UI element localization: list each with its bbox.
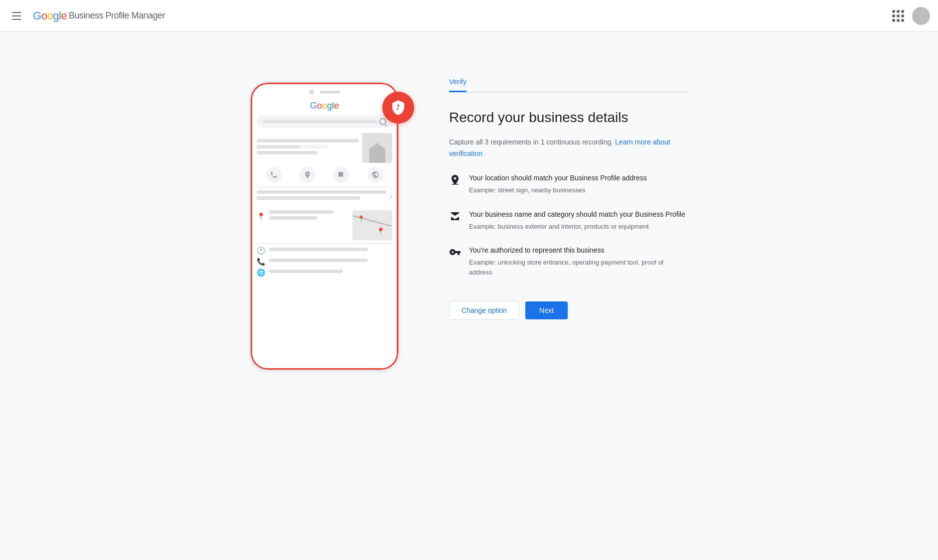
location-pin-icon [449,174,461,186]
req-location-title: Your location should match your Business… [469,173,647,183]
avatar[interactable] [912,7,930,25]
phone-frame: Google [250,82,399,371]
header-right [888,6,930,26]
shield-badge [382,92,414,124]
store-icon [449,210,461,222]
phone-list-item-1: › [257,190,392,202]
requirement-store: Your business name and category should m… [449,209,688,232]
requirement-location: Your location should match your Business… [449,173,688,195]
verify-tab: Verify [449,77,688,93]
phone-web-row: 🌐 [257,269,392,277]
phone-map-section: 📍 📍 📍 [257,210,392,240]
header-left: Google Business Profile Manager [8,8,165,24]
phone-actions [257,167,392,183]
description: Capture all 3 requirements in 1 continuo… [449,137,688,159]
app-title: Business Profile Manager [69,10,165,21]
req-auth-example: Example: unlocking store entrance, opera… [469,258,688,277]
phone-camera [309,90,314,95]
phone-map-address-line: 📍 [257,210,349,222]
phone-save-btn [333,167,349,183]
description-text: Capture all 3 requirements in 1 continuo… [449,138,615,146]
phone-screen: Google [251,99,398,285]
requirements-list: Your location should match your Business… [449,173,688,277]
page-title: Record your business details [449,109,688,127]
key-icon [449,246,461,258]
hamburger-menu-button[interactable] [8,8,25,24]
phone-thumbnail [362,133,392,163]
google-logo: Google Business Profile Manager [33,9,165,22]
req-store-example: Example: business exterior and interior,… [469,222,685,232]
phone-share-btn [367,167,383,183]
phone-search-icon [379,118,386,125]
bottom-buttons: Change option Next [449,301,688,320]
right-panel: Verify Record your business details Capt… [449,72,688,320]
change-option-button[interactable]: Change option [449,301,519,320]
phone-map-thumbnail: 📍 📍 [352,210,392,240]
phone-result-header [257,133,392,163]
next-button[interactable]: Next [525,301,568,319]
tab-verify[interactable]: Verify [449,78,467,92]
phone-google-logo: Google [257,101,392,111]
phone-notch [251,83,398,99]
phone-search-bar [257,115,392,128]
req-location-example: Example: street sign, nearby businesses [469,185,647,195]
phone-phone-row: 📞 [257,258,392,266]
google-apps-button[interactable] [888,6,908,26]
main-content: Google [0,32,938,560]
phone-illustration: Google [250,82,409,371]
phone-map-btn [300,167,315,183]
svg-rect-0 [452,184,459,185]
shield-exclamation-icon [390,100,406,116]
req-store-title: Your business name and category should m… [469,209,685,220]
phone-hours-row: 🕐 [257,247,392,255]
requirement-auth: You're authorized to represent this busi… [449,245,688,277]
phone-call-btn [266,167,282,183]
phone-speaker [320,91,340,94]
app-header: Google Business Profile Manager [0,0,938,32]
req-auth-title: You're authorized to represent this busi… [469,245,688,256]
